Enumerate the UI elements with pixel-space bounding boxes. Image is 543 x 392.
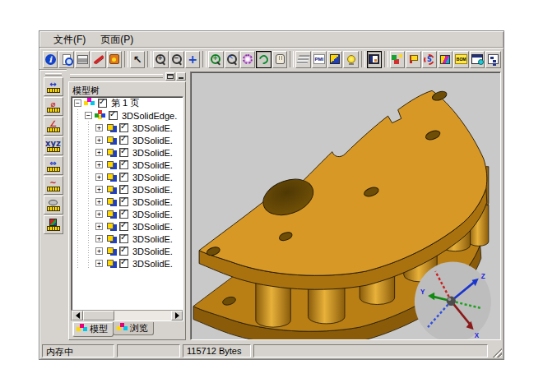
scroll-left-button[interactable] xyxy=(72,311,83,321)
select-arrow-button[interactable]: ↖ xyxy=(130,51,145,68)
rotate-button[interactable] xyxy=(256,51,271,68)
tab-model[interactable]: 模型 xyxy=(72,322,114,337)
expand-toggle[interactable]: + xyxy=(95,223,103,230)
expand-toggle[interactable]: + xyxy=(95,235,103,242)
visibility-checkbox[interactable] xyxy=(119,123,128,132)
info-button[interactable]: i xyxy=(43,51,58,68)
hand-pan-button[interactable] xyxy=(272,51,287,68)
tree-item-label[interactable]: 第 1 页 xyxy=(111,97,139,109)
visibility-checkbox[interactable] xyxy=(109,111,118,120)
panel-float-button[interactable] xyxy=(165,72,175,81)
measure-curve-button[interactable]: ~ xyxy=(44,176,63,195)
tree-item-label[interactable]: 3DSolidE. xyxy=(132,160,173,170)
report-button[interactable] xyxy=(470,51,485,68)
pan-move-button[interactable]: + xyxy=(185,51,200,68)
expand-toggle[interactable]: + xyxy=(95,161,103,168)
visibility-checkbox[interactable] xyxy=(119,210,128,219)
print-preview-button[interactable] xyxy=(58,51,73,68)
visibility-checkbox[interactable] xyxy=(119,160,128,169)
tree-item-label[interactable]: 3DSolidE. xyxy=(132,210,173,219)
tree-item-label[interactable]: 3DSolidEdge. xyxy=(122,111,177,121)
visibility-checkbox[interactable] xyxy=(119,185,128,194)
expand-toggle[interactable]: + xyxy=(95,149,103,156)
part-icon xyxy=(105,196,117,207)
visibility-checkbox[interactable] xyxy=(119,136,128,145)
expand-toggle[interactable]: + xyxy=(95,136,103,144)
render-mode-button[interactable] xyxy=(240,51,255,68)
view-cube-button[interactable] xyxy=(327,51,342,68)
measure-volume-button[interactable] xyxy=(44,215,63,234)
visibility-checkbox[interactable] xyxy=(119,173,128,182)
expand-toggle[interactable]: − xyxy=(85,112,92,119)
tree-item-label[interactable]: 3DSolidE. xyxy=(132,222,173,232)
visibility-checkbox[interactable] xyxy=(98,99,107,108)
visibility-checkbox[interactable] xyxy=(119,197,128,206)
tree-indent xyxy=(74,109,85,122)
stamp-button[interactable] xyxy=(107,51,122,68)
tree-item-label[interactable]: 3DSolidE. xyxy=(132,197,173,207)
measure-distance-button[interactable]: ↔ xyxy=(44,77,63,96)
tree-item-label[interactable]: 3DSolidE. xyxy=(132,234,173,244)
visibility-checkbox[interactable] xyxy=(119,234,128,243)
layers-button[interactable] xyxy=(295,51,310,68)
structure-button[interactable] xyxy=(485,51,500,68)
tab-browse[interactable]: 浏览 xyxy=(113,322,154,335)
coordinate-xyz-button[interactable]: xyz xyxy=(44,136,63,155)
pmi-button[interactable]: PMI xyxy=(312,51,327,68)
edit-pen-button[interactable] xyxy=(90,51,105,68)
expand-toggle[interactable]: + xyxy=(95,186,103,193)
materials-button[interactable] xyxy=(438,51,452,68)
light-icon xyxy=(347,55,355,63)
component-button[interactable] xyxy=(406,51,420,68)
scrollbar-thumb[interactable] xyxy=(83,311,114,321)
zoom-all-button[interactable]: + xyxy=(208,51,223,68)
bom-button[interactable]: BOM xyxy=(453,51,468,68)
pmi-icon: PMI xyxy=(313,54,325,64)
expand-toggle[interactable]: + xyxy=(95,173,103,181)
measure-area-button[interactable] xyxy=(44,196,63,214)
expand-toggle[interactable]: + xyxy=(95,247,103,255)
menu-item-0[interactable]: 文件(F) xyxy=(46,31,93,48)
visibility-checkbox[interactable] xyxy=(119,259,128,268)
visibility-checkbox[interactable] xyxy=(119,222,128,231)
expand-toggle[interactable]: + xyxy=(95,124,103,131)
content-area: ↔⌀∠xyz⇔~ 模型树 −第 1 页−3DSolidEdge.+3DSolid… xyxy=(39,70,504,342)
tree-indent xyxy=(74,159,85,171)
zoom-out-button[interactable]: − xyxy=(169,51,184,68)
light-button[interactable] xyxy=(343,51,358,68)
model-canvas[interactable]: Z X Y xyxy=(191,72,500,339)
measure-radius-button[interactable]: ⌀ xyxy=(44,97,63,116)
expand-toggle[interactable]: + xyxy=(95,260,103,267)
toolbar-gripper[interactable] xyxy=(45,73,62,76)
tree-item-label[interactable]: 3DSolidE. xyxy=(132,247,173,256)
animation-button[interactable]: S xyxy=(422,51,437,68)
tree-item-label[interactable]: 3DSolidE. xyxy=(132,185,173,195)
tree-hscrollbar[interactable] xyxy=(72,310,183,321)
tree-item-label[interactable]: 3DSolidE. xyxy=(132,259,173,269)
expand-toggle[interactable]: + xyxy=(95,210,103,218)
tree-item-label[interactable]: 3DSolidE. xyxy=(132,148,173,158)
print-button[interactable] xyxy=(75,51,90,68)
viewport-3d[interactable]: Z X Y xyxy=(190,71,501,340)
panel-hide-button[interactable] xyxy=(176,72,186,81)
visibility-checkbox[interactable] xyxy=(119,148,128,157)
resize-grip[interactable] xyxy=(490,346,502,357)
measure-gap-button[interactable]: ⇔ xyxy=(44,156,63,175)
tree-item-label[interactable]: 3DSolidE. xyxy=(132,123,173,133)
visibility-checkbox[interactable] xyxy=(119,247,128,256)
measure-angle-button[interactable]: ∠ xyxy=(44,117,63,136)
expand-toggle[interactable]: − xyxy=(74,99,81,107)
tree-item-label[interactable]: 3DSolidE. xyxy=(132,173,173,182)
scrollbar-track[interactable] xyxy=(83,311,171,321)
scroll-right-button[interactable] xyxy=(171,311,183,321)
panel-gripper[interactable] xyxy=(70,74,163,78)
zoom-in-button[interactable]: + xyxy=(153,51,168,68)
tree-item-label[interactable]: 3DSolidE. xyxy=(132,136,173,145)
assembly-button[interactable] xyxy=(390,51,405,68)
panel-toggle-button[interactable] xyxy=(367,51,382,68)
zoom-select-button[interactable]: ↖ xyxy=(225,51,239,68)
tree-item-part: +3DSolidE. xyxy=(72,159,183,171)
expand-toggle[interactable]: + xyxy=(95,198,103,205)
menu-item-1[interactable]: 页面(P) xyxy=(93,31,141,48)
toolbar-separator xyxy=(361,51,365,67)
